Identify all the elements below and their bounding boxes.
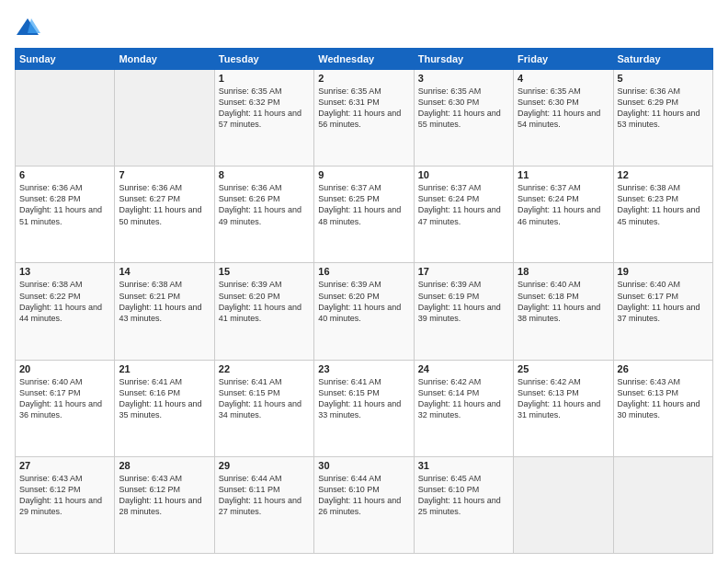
day-number: 5 [618, 73, 709, 84]
col-header-thursday: Thursday [414, 49, 513, 70]
day-info: Sunrise: 6:38 AMSunset: 6:21 PMDaylight:… [119, 279, 210, 324]
calendar-table: SundayMondayTuesdayWednesdayThursdayFrid… [15, 48, 713, 554]
svg-marker-1 [28, 18, 40, 33]
week-row-1: 1Sunrise: 6:35 AMSunset: 6:32 PMDaylight… [16, 70, 713, 167]
day-info: Sunrise: 6:43 AMSunset: 6:13 PMDaylight:… [618, 376, 709, 421]
day-info: Sunrise: 6:37 AMSunset: 6:25 PMDaylight:… [318, 182, 409, 227]
day-info: Sunrise: 6:40 AMSunset: 6:17 PMDaylight:… [19, 376, 110, 421]
day-cell: 2Sunrise: 6:35 AMSunset: 6:31 PMDaylight… [314, 70, 414, 167]
day-number: 6 [19, 169, 110, 180]
day-cell: 29Sunrise: 6:44 AMSunset: 6:11 PMDayligh… [214, 456, 313, 553]
day-cell: 13Sunrise: 6:38 AMSunset: 6:22 PMDayligh… [16, 263, 115, 360]
logo [15, 15, 44, 40]
day-info: Sunrise: 6:39 AMSunset: 6:19 PMDaylight:… [418, 279, 509, 324]
day-cell: 20Sunrise: 6:40 AMSunset: 6:17 PMDayligh… [16, 360, 115, 456]
col-header-friday: Friday [514, 49, 613, 70]
day-number: 26 [618, 363, 709, 374]
day-cell: 3Sunrise: 6:35 AMSunset: 6:30 PMDaylight… [414, 70, 513, 167]
day-number: 3 [418, 73, 509, 84]
header-row: SundayMondayTuesdayWednesdayThursdayFrid… [16, 49, 713, 70]
day-cell: 24Sunrise: 6:42 AMSunset: 6:14 PMDayligh… [414, 360, 513, 456]
day-cell: 12Sunrise: 6:38 AMSunset: 6:23 PMDayligh… [613, 167, 712, 263]
col-header-tuesday: Tuesday [214, 49, 313, 70]
day-info: Sunrise: 6:37 AMSunset: 6:24 PMDaylight:… [518, 182, 609, 227]
header [15, 15, 713, 40]
day-number: 14 [119, 266, 210, 277]
day-info: Sunrise: 6:44 AMSunset: 6:10 PMDaylight:… [318, 473, 409, 518]
day-number: 29 [219, 460, 310, 471]
day-cell: 14Sunrise: 6:38 AMSunset: 6:21 PMDayligh… [115, 263, 214, 360]
day-info: Sunrise: 6:36 AMSunset: 6:29 PMDaylight:… [618, 86, 709, 131]
day-info: Sunrise: 6:40 AMSunset: 6:17 PMDaylight:… [618, 279, 709, 324]
day-info: Sunrise: 6:38 AMSunset: 6:22 PMDaylight:… [19, 279, 110, 324]
day-info: Sunrise: 6:42 AMSunset: 6:13 PMDaylight:… [518, 376, 609, 421]
day-info: Sunrise: 6:43 AMSunset: 6:12 PMDaylight:… [19, 473, 110, 518]
day-cell: 21Sunrise: 6:41 AMSunset: 6:16 PMDayligh… [115, 360, 214, 456]
week-row-2: 6Sunrise: 6:36 AMSunset: 6:28 PMDaylight… [16, 167, 713, 263]
day-number: 28 [119, 460, 210, 471]
page: SundayMondayTuesdayWednesdayThursdayFrid… [0, 0, 728, 563]
day-cell: 8Sunrise: 6:36 AMSunset: 6:26 PMDaylight… [214, 167, 313, 263]
day-cell [115, 70, 214, 167]
day-number: 19 [618, 266, 709, 277]
day-info: Sunrise: 6:36 AMSunset: 6:27 PMDaylight:… [119, 182, 210, 227]
day-number: 23 [318, 363, 409, 374]
day-cell: 18Sunrise: 6:40 AMSunset: 6:18 PMDayligh… [514, 263, 613, 360]
day-info: Sunrise: 6:41 AMSunset: 6:16 PMDaylight:… [119, 376, 210, 421]
day-number: 27 [19, 460, 110, 471]
day-number: 11 [518, 169, 609, 180]
day-info: Sunrise: 6:41 AMSunset: 6:15 PMDaylight:… [219, 376, 310, 421]
day-cell: 9Sunrise: 6:37 AMSunset: 6:25 PMDaylight… [314, 167, 414, 263]
day-number: 2 [318, 73, 409, 84]
day-number: 13 [19, 266, 110, 277]
week-row-4: 20Sunrise: 6:40 AMSunset: 6:17 PMDayligh… [16, 360, 713, 456]
day-info: Sunrise: 6:36 AMSunset: 6:26 PMDaylight:… [219, 182, 310, 227]
week-row-3: 13Sunrise: 6:38 AMSunset: 6:22 PMDayligh… [16, 263, 713, 360]
day-info: Sunrise: 6:35 AMSunset: 6:30 PMDaylight:… [418, 86, 509, 131]
day-number: 15 [219, 266, 310, 277]
day-number: 21 [119, 363, 210, 374]
day-cell: 27Sunrise: 6:43 AMSunset: 6:12 PMDayligh… [16, 456, 115, 553]
day-number: 30 [318, 460, 409, 471]
day-info: Sunrise: 6:39 AMSunset: 6:20 PMDaylight:… [219, 279, 310, 324]
day-cell: 10Sunrise: 6:37 AMSunset: 6:24 PMDayligh… [414, 167, 513, 263]
day-number: 18 [518, 266, 609, 277]
day-cell: 31Sunrise: 6:45 AMSunset: 6:10 PMDayligh… [414, 456, 513, 553]
day-number: 31 [418, 460, 509, 471]
col-header-saturday: Saturday [613, 49, 712, 70]
day-number: 7 [119, 169, 210, 180]
day-info: Sunrise: 6:41 AMSunset: 6:15 PMDaylight:… [318, 376, 409, 421]
day-number: 12 [618, 169, 709, 180]
day-number: 16 [318, 266, 409, 277]
day-number: 9 [318, 169, 409, 180]
day-cell: 19Sunrise: 6:40 AMSunset: 6:17 PMDayligh… [613, 263, 712, 360]
day-info: Sunrise: 6:40 AMSunset: 6:18 PMDaylight:… [518, 279, 609, 324]
day-number: 4 [518, 73, 609, 84]
day-number: 22 [219, 363, 310, 374]
col-header-wednesday: Wednesday [314, 49, 414, 70]
day-cell: 15Sunrise: 6:39 AMSunset: 6:20 PMDayligh… [214, 263, 313, 360]
day-cell: 11Sunrise: 6:37 AMSunset: 6:24 PMDayligh… [514, 167, 613, 263]
day-info: Sunrise: 6:37 AMSunset: 6:24 PMDaylight:… [418, 182, 509, 227]
day-info: Sunrise: 6:36 AMSunset: 6:28 PMDaylight:… [19, 182, 110, 227]
day-cell: 25Sunrise: 6:42 AMSunset: 6:13 PMDayligh… [514, 360, 613, 456]
day-info: Sunrise: 6:42 AMSunset: 6:14 PMDaylight:… [418, 376, 509, 421]
day-number: 25 [518, 363, 609, 374]
day-cell: 7Sunrise: 6:36 AMSunset: 6:27 PMDaylight… [115, 167, 214, 263]
day-cell: 17Sunrise: 6:39 AMSunset: 6:19 PMDayligh… [414, 263, 513, 360]
day-cell: 28Sunrise: 6:43 AMSunset: 6:12 PMDayligh… [115, 456, 214, 553]
day-info: Sunrise: 6:35 AMSunset: 6:32 PMDaylight:… [219, 86, 310, 131]
day-cell [613, 456, 712, 553]
day-info: Sunrise: 6:43 AMSunset: 6:12 PMDaylight:… [119, 473, 210, 518]
day-cell: 6Sunrise: 6:36 AMSunset: 6:28 PMDaylight… [16, 167, 115, 263]
day-number: 24 [418, 363, 509, 374]
week-row-5: 27Sunrise: 6:43 AMSunset: 6:12 PMDayligh… [16, 456, 713, 553]
day-number: 10 [418, 169, 509, 180]
day-info: Sunrise: 6:45 AMSunset: 6:10 PMDaylight:… [418, 473, 509, 518]
day-info: Sunrise: 6:35 AMSunset: 6:31 PMDaylight:… [318, 86, 409, 131]
day-cell: 23Sunrise: 6:41 AMSunset: 6:15 PMDayligh… [314, 360, 414, 456]
col-header-sunday: Sunday [16, 49, 115, 70]
day-info: Sunrise: 6:35 AMSunset: 6:30 PMDaylight:… [518, 86, 609, 131]
day-cell: 26Sunrise: 6:43 AMSunset: 6:13 PMDayligh… [613, 360, 712, 456]
day-cell: 22Sunrise: 6:41 AMSunset: 6:15 PMDayligh… [214, 360, 313, 456]
